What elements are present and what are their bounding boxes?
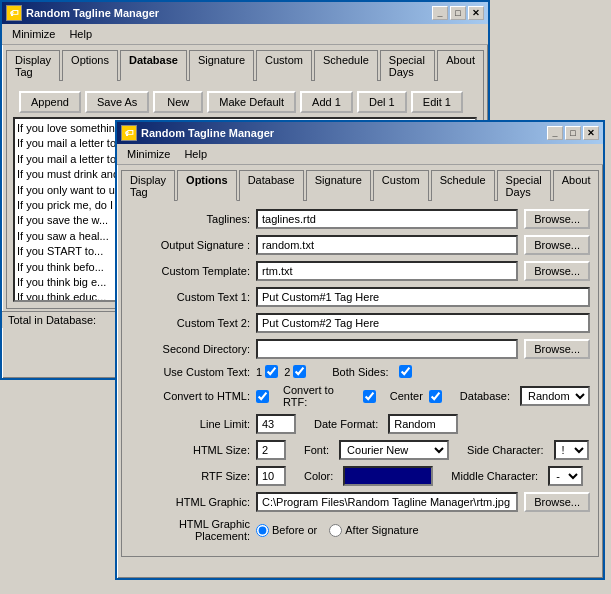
- w2-tab-options[interactable]: Options: [177, 170, 237, 201]
- output-sig-browse-btn[interactable]: Browse...: [524, 235, 590, 255]
- use-custom-2-label: 2: [284, 365, 306, 378]
- append-btn[interactable]: Append: [19, 91, 81, 113]
- custom-template-browse-btn[interactable]: Browse...: [524, 261, 590, 281]
- date-format-input[interactable]: [388, 414, 458, 434]
- window2-icon: 🏷: [121, 125, 137, 141]
- use-custom-row: Use Custom Text: 1 2 Both Sides:: [130, 365, 590, 378]
- convert-rtf-label: Convert to RTF:: [283, 384, 357, 408]
- tab-options[interactable]: Options: [62, 50, 118, 81]
- new-btn[interactable]: New: [153, 91, 203, 113]
- tab-database[interactable]: Database: [120, 50, 187, 81]
- custom-text2-input[interactable]: [256, 313, 590, 333]
- window1-menu-minimize[interactable]: Minimize: [6, 26, 61, 42]
- convert-html-check[interactable]: [256, 390, 269, 403]
- window1-close-btn[interactable]: ✕: [468, 6, 484, 20]
- use-custom-1-check[interactable]: [265, 365, 278, 378]
- convert-html-label: Convert to HTML:: [130, 390, 250, 402]
- html-graphic-row: HTML Graphic: Browse...: [130, 492, 590, 512]
- window1-menu: Minimize Help: [2, 24, 488, 45]
- color-label: Color:: [304, 470, 333, 482]
- custom-text1-input[interactable]: [256, 287, 590, 307]
- html-graphic-browse-btn[interactable]: Browse...: [524, 492, 590, 512]
- before-radio-label: Before or: [256, 524, 317, 537]
- tab-special-days[interactable]: Special Days: [380, 50, 435, 81]
- html-graphic-placement-label: HTML Graphic Placement:: [130, 518, 250, 542]
- w2-tab-display-tag[interactable]: Display Tag: [121, 170, 175, 201]
- window2-tabs: Display Tag Options Database Signature C…: [117, 165, 603, 200]
- add1-btn[interactable]: Add 1: [300, 91, 353, 113]
- window1-maximize-btn[interactable]: □: [450, 6, 466, 20]
- after-radio[interactable]: [329, 524, 342, 537]
- font-label: Font:: [304, 444, 329, 456]
- window2-maximize-btn[interactable]: □: [565, 126, 581, 140]
- convert-rtf-check[interactable]: [363, 390, 376, 403]
- taglines-browse-btn[interactable]: Browse...: [524, 209, 590, 229]
- window2-menu: Minimize Help: [117, 144, 603, 165]
- window1-minimize-btn[interactable]: _: [432, 6, 448, 20]
- use-custom-2-text: 2: [284, 366, 290, 378]
- tab-display-tag[interactable]: Display Tag: [6, 50, 60, 81]
- html-size-input[interactable]: [256, 440, 286, 460]
- window2-minimize-btn[interactable]: _: [547, 126, 563, 140]
- line-limit-input[interactable]: [256, 414, 296, 434]
- window1-title: Random Tagline Manager: [26, 7, 159, 19]
- w2-tab-database[interactable]: Database: [239, 170, 304, 201]
- window2-menu-minimize[interactable]: Minimize: [121, 146, 176, 162]
- edit1-btn[interactable]: Edit 1: [411, 91, 463, 113]
- taglines-row: Taglines: Browse...: [130, 209, 590, 229]
- output-sig-input[interactable]: [256, 235, 518, 255]
- custom-template-input[interactable]: [256, 261, 518, 281]
- tab-schedule[interactable]: Schedule: [314, 50, 378, 81]
- use-custom-2-check[interactable]: [293, 365, 306, 378]
- tab-custom[interactable]: Custom: [256, 50, 312, 81]
- make-default-btn[interactable]: Make Default: [207, 91, 296, 113]
- w2-tab-schedule[interactable]: Schedule: [431, 170, 495, 201]
- window2-close-btn[interactable]: ✕: [583, 126, 599, 140]
- center-check[interactable]: [429, 390, 442, 403]
- rtf-size-input[interactable]: [256, 466, 286, 486]
- middle-char-label: Middle Character:: [451, 470, 538, 482]
- both-sides-label: Both Sides:: [332, 366, 388, 378]
- before-text: Before or: [272, 524, 317, 536]
- font-select[interactable]: Courier New: [339, 440, 449, 460]
- w2-tab-signature[interactable]: Signature: [306, 170, 371, 201]
- center-label: Center: [390, 390, 423, 402]
- window2-menu-help[interactable]: Help: [178, 146, 213, 162]
- window2-options-content: Taglines: Browse... Output Signature : B…: [121, 200, 599, 557]
- color-picker[interactable]: [343, 466, 433, 486]
- line-limit-label: Line Limit:: [130, 418, 250, 430]
- taglines-input[interactable]: [256, 209, 518, 229]
- w2-tab-custom[interactable]: Custom: [373, 170, 429, 201]
- tab-about[interactable]: About: [437, 50, 484, 81]
- w2-tab-about[interactable]: About: [553, 170, 600, 201]
- use-custom-1-label: 1: [256, 365, 278, 378]
- window-front: 🏷 Random Tagline Manager _ □ ✕ Minimize …: [115, 120, 605, 580]
- second-dir-browse-btn[interactable]: Browse...: [524, 339, 590, 359]
- w2-tab-special-days[interactable]: Special Days: [497, 170, 551, 201]
- both-sides-check[interactable]: [399, 365, 412, 378]
- use-custom-label: Use Custom Text:: [130, 366, 250, 378]
- custom-text2-row: Custom Text 2:: [130, 313, 590, 333]
- second-dir-input[interactable]: [256, 339, 518, 359]
- del1-btn[interactable]: Del 1: [357, 91, 407, 113]
- custom-text2-label: Custom Text 2:: [130, 317, 250, 329]
- taglines-label: Taglines:: [130, 213, 250, 225]
- second-dir-label: Second Directory:: [130, 343, 250, 355]
- second-dir-row: Second Directory: Browse...: [130, 339, 590, 359]
- side-char-label: Side Character:: [467, 444, 543, 456]
- window1-icon: 🏷: [6, 5, 22, 21]
- database-select[interactable]: Random: [520, 386, 590, 406]
- output-sig-row: Output Signature : Browse...: [130, 235, 590, 255]
- window1-toolbar: Append Save As New Make Default Add 1 De…: [13, 87, 477, 117]
- rtf-size-row: RTF Size: Color: Middle Character: -: [130, 466, 590, 486]
- tab-signature[interactable]: Signature: [189, 50, 254, 81]
- side-char-select[interactable]: !: [554, 440, 589, 460]
- database-label: Database:: [460, 390, 510, 402]
- save-as-btn[interactable]: Save As: [85, 91, 149, 113]
- middle-char-select[interactable]: -: [548, 466, 583, 486]
- before-radio[interactable]: [256, 524, 269, 537]
- date-format-label: Date Format:: [314, 418, 378, 430]
- window1-menu-help[interactable]: Help: [63, 26, 98, 42]
- html-graphic-input[interactable]: [256, 492, 518, 512]
- html-graphic-placement-row: HTML Graphic Placement: Before or After …: [130, 518, 590, 542]
